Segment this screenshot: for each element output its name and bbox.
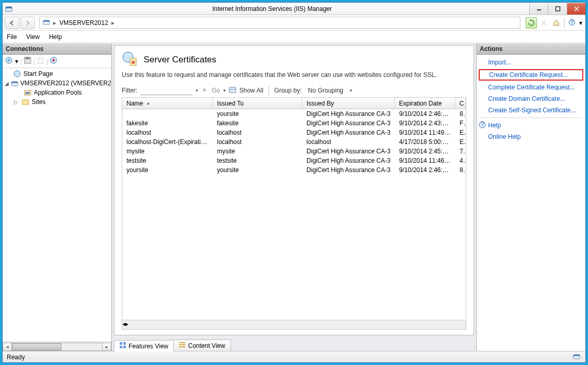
svg-rect-24 [22, 100, 29, 105]
svg-text:?: ? [481, 121, 484, 128]
svg-rect-32 [120, 346, 122, 348]
collapse-icon[interactable]: ◢ [5, 81, 9, 86]
grid-hscroll[interactable]: ◂ ▸ [122, 320, 466, 329]
scroll-right-icon[interactable]: ▸ [102, 343, 111, 351]
col-issued-to[interactable]: Issued To [213, 98, 302, 109]
connections-tree: Start Page ◢ VMSERVER2012 (VMSERVER20 Ap… [3, 68, 111, 342]
table-row[interactable]: testsitetestsiteDigiCert High Assurance … [122, 156, 466, 165]
connect-icon[interactable] [5, 56, 13, 66]
action-complete-certificate-request[interactable]: Complete Certificate Request... [477, 82, 585, 93]
refresh-button[interactable] [526, 17, 537, 29]
menu-help[interactable]: Help [49, 33, 62, 41]
tree-server[interactable]: ◢ VMSERVER2012 (VMSERVER20 [4, 79, 111, 88]
breadcrumb-server[interactable]: VMSERVER2012 [59, 19, 108, 27]
menu-file[interactable]: File [7, 33, 17, 41]
home-button[interactable] [551, 17, 562, 29]
minimize-button[interactable] [529, 3, 548, 15]
grid-header: Name▲ Issued To Issued By Expiration Dat… [122, 98, 466, 109]
expand-icon[interactable]: ▷ [13, 99, 19, 105]
svg-text:?: ? [570, 19, 574, 25]
svg-rect-31 [123, 342, 126, 345]
table-row[interactable]: yoursiteDigiCert High Assurance CA-39/10… [122, 109, 466, 119]
table-row[interactable]: localhostlocalhostDigiCert High Assuranc… [122, 128, 466, 137]
save-icon[interactable] [24, 57, 31, 66]
svg-rect-20 [11, 82, 18, 83]
stop-conn-icon[interactable] [50, 57, 57, 66]
action-online-help[interactable]: Online Help [477, 131, 585, 142]
table-row[interactable]: localhost-DigiCert-(Expiration ...localh… [122, 137, 466, 147]
server-tree-icon [11, 79, 18, 87]
tab-label: Features View [129, 343, 168, 350]
table-row[interactable]: mysitemysiteDigiCert High Assurance CA-3… [122, 147, 466, 156]
scroll-left-icon[interactable]: ◂ [3, 343, 12, 351]
group-by-value[interactable]: No Grouping [305, 87, 347, 94]
server-icon [43, 18, 50, 27]
breadcrumb-separator-icon: ▸ [111, 19, 114, 27]
status-config-icon[interactable] [573, 353, 581, 361]
cell-name: yoursite [122, 166, 213, 174]
show-all-icon[interactable] [229, 86, 236, 95]
tree-app-pools[interactable]: Application Pools [4, 88, 111, 97]
actions-body: Import... Create Certificate Request... … [477, 55, 585, 145]
col-hash[interactable]: C [455, 98, 466, 109]
maximize-button[interactable] [548, 3, 567, 15]
connections-hscroll[interactable]: ◂ ▸ [3, 342, 111, 351]
cell-name: localhost [122, 129, 213, 136]
cell-name: testsite [122, 157, 213, 164]
address-bar[interactable]: ▸ VMSERVER2012 ▸ [39, 17, 520, 29]
go-label[interactable]: Go [212, 87, 220, 94]
tree-sites[interactable]: ▷ Sites [4, 97, 111, 107]
window-controls [529, 3, 585, 15]
scroll-track[interactable] [12, 343, 102, 351]
breadcrumb-separator-icon: ▸ [53, 19, 56, 27]
tree-label: Start Page [23, 70, 53, 77]
show-all-label[interactable]: Show All [239, 87, 263, 94]
actions-panel: Actions Import... Create Certificate Req… [476, 43, 585, 351]
actions-header: Actions [477, 43, 585, 55]
tab-content-view[interactable]: Content View [173, 340, 231, 351]
chevron-down-icon: ▾ [196, 88, 198, 93]
action-create-self-signed-certificate[interactable]: Create Self-Signed Certificate... [477, 105, 585, 116]
scroll-thumb[interactable] [12, 343, 61, 350]
nav-forward-button[interactable] [20, 17, 35, 29]
table-row[interactable]: yoursiteyoursiteDigiCert High Assurance … [122, 165, 466, 175]
clipboard-icon[interactable] [37, 57, 44, 66]
col-expiration[interactable]: Expiration Date [395, 98, 455, 109]
nav-bar: ▸ VMSERVER2012 ▸ ? ▾ [3, 15, 585, 31]
nav-back-button[interactable] [5, 17, 19, 29]
cell-issued-by: DigiCert High Assurance CA-3 [302, 148, 395, 155]
tree-label: Sites [32, 98, 46, 106]
app-pools-icon [23, 88, 32, 97]
connections-header: Connections [3, 43, 111, 55]
action-create-domain-certificate[interactable]: Create Domain Certificate... [477, 93, 585, 105]
chevron-down-icon: ▾ [15, 58, 18, 65]
cell-name: fakesite [122, 120, 213, 127]
cell-expiration: 9/10/2014 2:45:00 ... [395, 148, 455, 155]
app-window: Internet Information Services (IIS) Mana… [2, 2, 586, 363]
action-create-certificate-request[interactable]: Create Certificate Request... [479, 69, 583, 81]
filter-input[interactable] [140, 86, 193, 95]
action-help[interactable]: ? Help [477, 120, 585, 131]
menu-view[interactable]: View [26, 33, 40, 41]
svg-rect-21 [24, 90, 31, 95]
help-dropdown-button[interactable]: ? [567, 17, 578, 29]
tab-features-view[interactable]: Features View [114, 340, 174, 351]
scroll-right-icon[interactable]: ▸ [125, 320, 129, 329]
cell-issued-by: DigiCert High Assurance CA-3 [302, 110, 395, 118]
filter-bar: Filter: ▾ Go ▾ Show All Group by: No Gro… [114, 84, 474, 97]
status-text: Ready [7, 354, 25, 361]
col-name[interactable]: Name▲ [122, 98, 213, 109]
page-title: Server Certificates [144, 55, 216, 65]
grid-body[interactable]: yoursiteDigiCert High Assurance CA-39/10… [122, 109, 466, 320]
filter-label: Filter: [122, 87, 137, 94]
certificates-icon [122, 51, 137, 68]
cell-issued-by: DigiCert High Assurance CA-3 [302, 129, 395, 136]
table-row[interactable]: fakesitefakesiteDigiCert High Assurance … [122, 119, 466, 128]
close-button[interactable] [567, 3, 585, 15]
col-issued-by[interactable]: Issued By [302, 98, 395, 109]
go-icon[interactable] [201, 86, 209, 95]
stop-button[interactable] [538, 17, 549, 29]
tree-start-page[interactable]: Start Page [4, 69, 111, 79]
content-view-icon [179, 342, 185, 349]
action-import[interactable]: Import... [477, 57, 585, 68]
